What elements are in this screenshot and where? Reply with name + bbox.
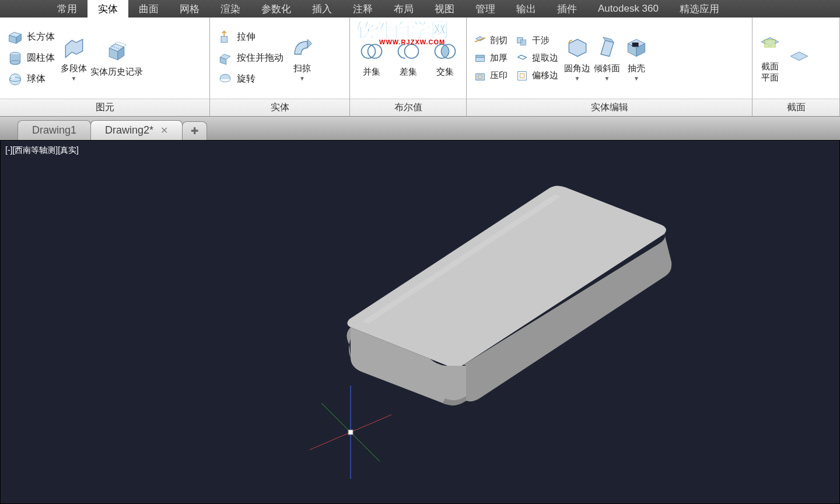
close-icon[interactable]: ✕ (160, 125, 168, 136)
shell-icon (624, 35, 649, 61)
solid-history-button[interactable]: 实体历史记录 (90, 38, 143, 78)
menu-plugins[interactable]: 插件 (547, 0, 587, 18)
presspull-label: 按住并拖动 (237, 52, 284, 64)
menu-manage[interactable]: 管理 (465, 0, 506, 18)
section-extra-button[interactable] (786, 46, 812, 71)
intersect-label: 交集 (436, 66, 454, 78)
revolve-label: 旋转 (237, 73, 256, 85)
history-label: 实体历史记录 (90, 66, 143, 78)
menu-annotate[interactable]: 注释 (342, 0, 383, 18)
fillet-label: 圆角边 (564, 63, 590, 74)
slice-icon (474, 34, 487, 47)
tab-drawing2[interactable]: Drawing2* ✕ (90, 120, 183, 140)
section-plane-icon (757, 33, 783, 59)
tab-label: Drawing1 (32, 124, 76, 136)
cylinder-icon (7, 50, 23, 66)
union-button[interactable]: 并集 (359, 38, 384, 78)
menu-mesh[interactable]: 网格 (169, 0, 210, 18)
svg-line-30 (321, 403, 351, 432)
panel-solid-edit: 剖切 加厚 压印 干涉 提取边 偏移边 圆角边 ▼ 倾斜面 ▼ 抽壳 (467, 18, 752, 116)
extract-edges-button[interactable]: 提取边 (513, 51, 561, 66)
union-icon (359, 38, 384, 64)
thicken-label: 加厚 (490, 52, 508, 64)
svg-rect-5 (221, 36, 228, 43)
intersect-button[interactable]: 交集 (432, 38, 458, 78)
cylinder-button[interactable]: 圆柱体 (5, 49, 57, 68)
panel-section: 截面 平面 截面 (752, 18, 840, 116)
subtract-button[interactable]: 差集 (396, 38, 421, 78)
menu-common[interactable]: 常用 (47, 0, 88, 18)
svg-rect-21 (518, 71, 527, 80)
imprint-button[interactable]: 压印 (471, 68, 510, 83)
revolve-icon (217, 71, 233, 88)
section-plane-label: 截面 平面 (761, 61, 779, 83)
svg-line-29 (351, 432, 380, 461)
menu-autodesk360[interactable]: Autodesk 360 (587, 1, 669, 17)
box-icon (7, 29, 23, 46)
revolve-button[interactable]: 旋转 (215, 70, 258, 89)
shell-button[interactable]: 抽壳 ▼ (624, 35, 649, 82)
sphere-button[interactable]: 球体 (5, 70, 48, 89)
ucs-icon (292, 380, 409, 485)
chevron-down-icon: ▼ (299, 75, 305, 82)
box-button[interactable]: 长方体 (5, 28, 57, 47)
menu-solid[interactable]: 实体 (88, 0, 128, 18)
slice-button[interactable]: 剖切 (471, 33, 510, 48)
history-icon (104, 38, 130, 64)
subtract-icon (396, 38, 421, 64)
sphere-icon (7, 71, 23, 88)
menu-view[interactable]: 视图 (424, 0, 465, 18)
interfere-button[interactable]: 干涉 (513, 33, 552, 48)
polysolid-icon (61, 35, 87, 61)
sweep-button[interactable]: 扫掠 ▼ (289, 35, 315, 82)
plus-icon: ✚ (191, 126, 198, 136)
sweep-icon (289, 35, 315, 61)
menu-render[interactable]: 渲染 (210, 0, 251, 18)
sphere-label: 球体 (27, 73, 46, 85)
tab-drawing1[interactable]: Drawing1 (18, 120, 91, 140)
panel-primitives: 长方体 圆柱体 球体 多段体 (0, 18, 210, 116)
svg-rect-31 (348, 430, 353, 435)
thicken-button[interactable]: 加厚 (471, 51, 510, 66)
menu-surface[interactable]: 曲面 (128, 0, 169, 18)
panel-title-solid-edit: 实体编辑 (467, 99, 752, 116)
panel-boolean: 并集 差集 交集 软件自学网 WWW.RJZXW.COM 布尔值 (350, 18, 467, 116)
polysolid-label: 多段体 (61, 63, 87, 74)
tab-label: Drawing2* (105, 124, 153, 136)
thicken-icon (474, 52, 487, 65)
panel-title-solid: 实体 (210, 99, 349, 116)
polysolid-button[interactable]: 多段体 ▼ (61, 35, 87, 82)
sweep-label: 扫掠 (293, 63, 311, 74)
viewport[interactable]: [-][西南等轴测][真实] (0, 140, 840, 504)
union-label: 并集 (363, 66, 380, 78)
extrude-button[interactable]: 拉伸 (215, 28, 258, 47)
section-extra-icon (786, 46, 812, 71)
extract-edges-label: 提取边 (532, 52, 558, 64)
offset-edge-button[interactable]: 偏移边 (513, 68, 561, 83)
section-plane-button[interactable]: 截面 平面 (757, 33, 783, 83)
panel-title-primitives: 图元 (0, 99, 209, 116)
menu-layout[interactable]: 布局 (383, 0, 424, 18)
taper-face-button[interactable]: 倾斜面 ▼ (594, 35, 620, 82)
svg-point-9 (404, 44, 418, 58)
viewport-label[interactable]: [-][西南等轴测][真实] (5, 145, 79, 156)
panel-solid: 拉伸 按住并拖动 旋转 扫掠 ▼ 实体 (210, 18, 350, 116)
svg-point-2 (9, 74, 20, 85)
chevron-down-icon: ▼ (604, 75, 610, 82)
tab-add-button[interactable]: ✚ (182, 121, 207, 140)
panel-title-section: 截面 (752, 99, 839, 116)
menu-insert[interactable]: 插入 (302, 0, 342, 18)
svg-rect-24 (765, 40, 775, 47)
offset-edge-icon (516, 69, 528, 82)
fillet-edge-button[interactable]: 圆角边 ▼ (564, 35, 590, 82)
offset-edge-label: 偏移边 (532, 70, 558, 81)
taper-label: 倾斜面 (594, 63, 620, 74)
menu-featured[interactable]: 精选应用 (669, 0, 730, 18)
svg-rect-16 (476, 55, 485, 57)
menu-parametric[interactable]: 参数化 (251, 0, 302, 18)
interfere-icon (516, 34, 528, 47)
chevron-down-icon: ▼ (71, 75, 77, 82)
presspull-button[interactable]: 按住并拖动 (215, 49, 286, 68)
menu-output[interactable]: 输出 (506, 0, 547, 18)
svg-rect-22 (520, 74, 524, 78)
